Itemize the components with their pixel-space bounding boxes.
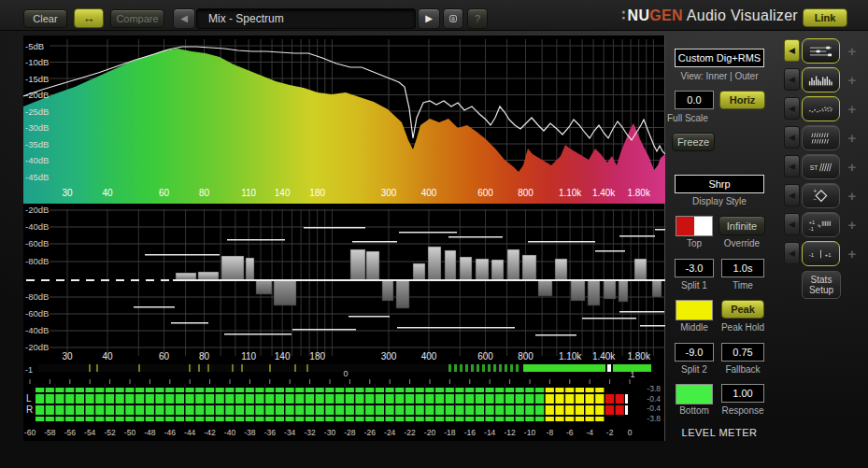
svg-text:-52: -52 xyxy=(104,428,116,437)
add-view-button[interactable]: + xyxy=(845,247,860,262)
toolbar: Clear ↔ Compare ◀ Mix - Spectrum ▶ ? ∶NU… xyxy=(0,0,868,31)
svg-text:300: 300 xyxy=(381,351,397,362)
spectrogram-view-icon[interactable] xyxy=(802,96,840,121)
stereo-waveform-view-icon[interactable]: ST xyxy=(802,154,840,179)
svg-text:-40: -40 xyxy=(224,428,236,437)
next-preset-button[interactable]: ▶ xyxy=(418,8,440,29)
svg-text:-0.4: -0.4 xyxy=(647,394,661,404)
assign-arrow-button[interactable]: ◀ xyxy=(784,97,800,120)
svg-text:-42: -42 xyxy=(204,428,216,437)
svg-text:-12: -12 xyxy=(504,428,516,437)
svg-text:-30: -30 xyxy=(324,428,336,437)
display-style-label: Display Style xyxy=(665,196,774,206)
svg-text:-20: -20 xyxy=(424,428,436,437)
add-view-button[interactable]: + xyxy=(845,218,860,233)
svg-text:-45dB: -45dB xyxy=(25,172,49,182)
svg-text:60: 60 xyxy=(159,351,170,362)
svg-text:-3.8: -3.8 xyxy=(647,414,661,423)
link-button[interactable]: Link xyxy=(803,8,847,27)
split2-value[interactable]: -9.0 xyxy=(675,343,714,362)
svg-text:-20dB: -20dB xyxy=(25,205,49,215)
correlation-spectrum-view-icon[interactable]: +1-1 xyxy=(802,212,840,237)
add-view-button[interactable]: + xyxy=(845,160,860,175)
help-button[interactable]: ? xyxy=(467,8,488,29)
assign-arrow-button[interactable]: ◀ xyxy=(784,39,800,62)
top-color-left xyxy=(676,217,694,235)
add-view-button[interactable]: + xyxy=(845,73,860,88)
st-waveform-icon: ST xyxy=(808,160,833,175)
middle-color-swatch[interactable] xyxy=(676,300,713,320)
svg-text:-48: -48 xyxy=(144,428,156,437)
svg-text:1.40k: 1.40k xyxy=(592,351,616,362)
svg-text:-24: -24 xyxy=(384,428,396,437)
response-label: Response xyxy=(714,405,772,416)
preset-selector[interactable]: Mix - Spectrum xyxy=(196,8,416,29)
assign-arrow-button[interactable]: ◀ xyxy=(784,184,800,206)
svg-text:110: 110 xyxy=(241,188,256,198)
mode-display[interactable]: Custom Dig+RMS xyxy=(675,49,764,67)
horiz-button[interactable]: Horiz xyxy=(719,91,765,109)
compare-button[interactable]: Compare xyxy=(110,9,164,28)
previous-preset-button[interactable]: ◀ xyxy=(173,8,195,29)
svg-text:-30dB: -30dB xyxy=(25,122,49,133)
freeze-button[interactable]: Freeze xyxy=(672,133,715,151)
svg-text:-34: -34 xyxy=(284,428,296,437)
assign-arrow-button[interactable]: ◀ xyxy=(784,213,800,235)
bottom-color-swatch[interactable] xyxy=(676,384,713,404)
svg-text:110: 110 xyxy=(241,351,256,362)
response-value[interactable]: 1.00 xyxy=(721,384,764,403)
svg-text:-60dB: -60dB xyxy=(25,238,49,248)
svg-text:1.80k: 1.80k xyxy=(627,188,650,198)
mix-levels-view-icon[interactable] xyxy=(802,38,840,64)
fallback-value[interactable]: 0.75 xyxy=(721,343,764,362)
menu-list-icon xyxy=(449,12,457,25)
time-label: Time xyxy=(721,280,764,291)
menu-button[interactable] xyxy=(443,8,463,29)
svg-text:-58: -58 xyxy=(44,428,56,437)
add-view-button[interactable]: + xyxy=(845,44,860,59)
assign-arrow-button[interactable]: ◀ xyxy=(784,68,800,91)
assign-arrow-button[interactable]: ◀ xyxy=(784,155,800,177)
top-color-right xyxy=(694,217,712,235)
add-view-button[interactable]: + xyxy=(845,102,860,117)
svg-text:300: 300 xyxy=(381,188,397,198)
svg-text:+1: +1 xyxy=(825,251,832,257)
vectorscope-view-icon[interactable]: +− xyxy=(802,183,840,208)
bottom-label: Bottom xyxy=(669,405,719,416)
svg-text:-8: -8 xyxy=(547,428,554,437)
svg-text:600: 600 xyxy=(477,188,493,198)
add-view-button[interactable]: + xyxy=(845,189,860,204)
brand-dots-icon: ∶ xyxy=(621,7,625,23)
svg-text:1.10k: 1.10k xyxy=(559,188,582,198)
peak-button[interactable]: Peak xyxy=(721,300,764,319)
assign-arrow-button[interactable]: ◀ xyxy=(784,242,800,264)
time-value[interactable]: 1.0s xyxy=(721,259,764,277)
swap-compare-icon[interactable]: ↔ xyxy=(74,8,104,28)
svg-text:-14: -14 xyxy=(484,428,496,437)
middle-label: Middle xyxy=(669,322,719,333)
correlation-meter-view-icon[interactable]: -1 +1 xyxy=(802,241,840,266)
display-style-value[interactable]: Shrp xyxy=(675,175,764,193)
svg-text:-20dB: -20dB xyxy=(25,342,49,352)
full-scale-value[interactable]: 0.0 xyxy=(675,91,714,109)
override-infinite-button[interactable]: Infinite xyxy=(719,216,765,235)
full-scale-label: Full Scale xyxy=(667,113,723,123)
assign-arrow-button[interactable]: ◀ xyxy=(784,126,800,149)
top-color-swatch[interactable] xyxy=(676,216,713,236)
svg-text:-0.4: -0.4 xyxy=(647,404,661,413)
svg-text:-22: -22 xyxy=(404,428,416,437)
clear-button[interactable]: Clear xyxy=(23,9,67,28)
spectrum-view-icon[interactable] xyxy=(802,67,840,92)
svg-text:R: R xyxy=(26,404,33,415)
svg-text:-56: -56 xyxy=(64,428,77,437)
svg-text:-2: -2 xyxy=(606,428,614,437)
svg-text:-28: -28 xyxy=(344,428,356,437)
stats-setup-button[interactable]: Stats Setup xyxy=(802,271,841,299)
svg-text:-60dB: -60dB xyxy=(25,308,49,319)
waveform-history-view-icon[interactable] xyxy=(802,125,840,150)
svg-text:40: 40 xyxy=(102,188,113,198)
svg-text:400: 400 xyxy=(421,351,437,362)
main-display: 304060801101401803004006008001.10k1.40k1… xyxy=(23,35,665,441)
add-view-button[interactable]: + xyxy=(845,131,860,146)
split1-value[interactable]: -3.0 xyxy=(675,259,714,277)
